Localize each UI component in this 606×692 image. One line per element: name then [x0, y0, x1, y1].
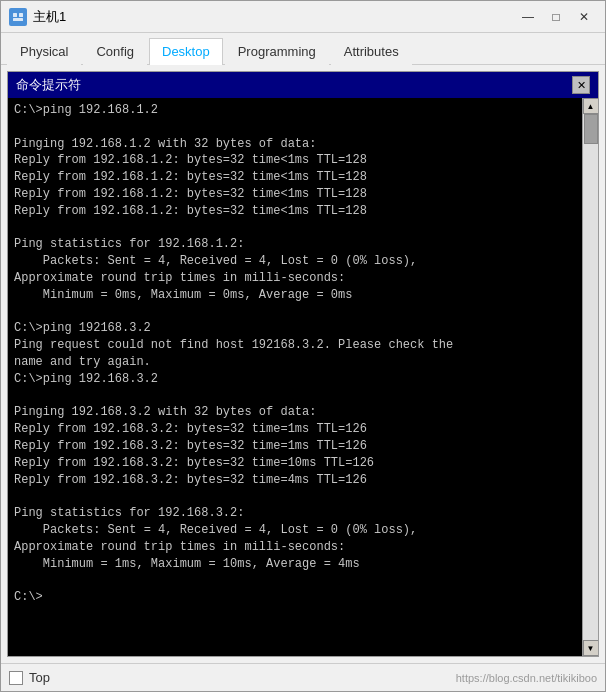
tab-desktop[interactable]: Desktop — [149, 38, 223, 65]
svg-rect-2 — [19, 13, 23, 17]
terminal-window: 命令提示符 ✕ C:\>ping 192.168.1.2 Pinging 192… — [7, 71, 599, 657]
close-button[interactable]: ✕ — [571, 6, 597, 28]
top-label: Top — [29, 670, 50, 685]
scroll-up-button[interactable]: ▲ — [583, 98, 599, 114]
maximize-button[interactable]: □ — [543, 6, 569, 28]
svg-rect-0 — [11, 10, 25, 24]
svg-rect-3 — [13, 18, 23, 21]
main-window: 主机1 — □ ✕ Physical Config Desktop Progra… — [0, 0, 606, 692]
tab-programming[interactable]: Programming — [225, 38, 329, 65]
terminal-close-button[interactable]: ✕ — [572, 76, 590, 94]
terminal-title-bar: 命令提示符 ✕ — [8, 72, 598, 98]
window-title: 主机1 — [33, 8, 515, 26]
minimize-button[interactable]: — — [515, 6, 541, 28]
watermark-text: https://blog.csdn.net/tikikiboo — [456, 672, 597, 684]
window-controls: — □ ✕ — [515, 6, 597, 28]
bottom-bar: Top https://blog.csdn.net/tikikiboo — [1, 663, 605, 691]
terminal-output[interactable]: C:\>ping 192.168.1.2 Pinging 192.168.1.2… — [8, 98, 582, 656]
main-content: 命令提示符 ✕ C:\>ping 192.168.1.2 Pinging 192… — [1, 65, 605, 663]
scroll-down-button[interactable]: ▼ — [583, 640, 599, 656]
tab-bar: Physical Config Desktop Programming Attr… — [1, 33, 605, 65]
tab-attributes[interactable]: Attributes — [331, 38, 412, 65]
scroll-thumb[interactable] — [584, 114, 598, 144]
tab-config[interactable]: Config — [83, 38, 147, 65]
top-checkbox-area: Top — [9, 670, 50, 685]
terminal-scrollbar: ▲ ▼ — [582, 98, 598, 656]
svg-rect-1 — [13, 13, 17, 17]
terminal-title: 命令提示符 — [16, 76, 81, 94]
terminal-body-wrapper: C:\>ping 192.168.1.2 Pinging 192.168.1.2… — [8, 98, 598, 656]
window-icon — [9, 8, 27, 26]
title-bar: 主机1 — □ ✕ — [1, 1, 605, 33]
scroll-track — [583, 114, 598, 640]
top-checkbox[interactable] — [9, 671, 23, 685]
tab-physical[interactable]: Physical — [7, 38, 81, 65]
